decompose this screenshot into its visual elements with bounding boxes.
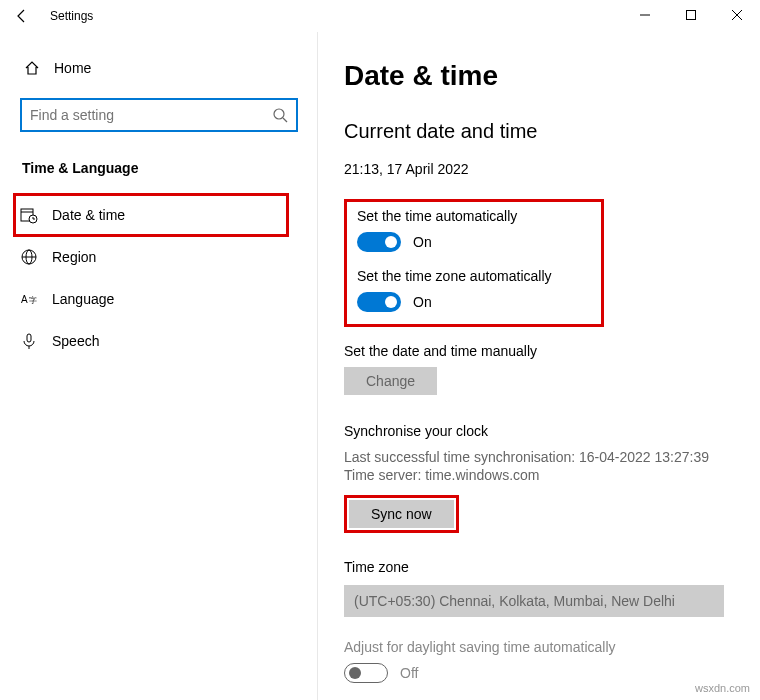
auto-tz-toggle[interactable] xyxy=(357,292,401,312)
svg-text:A: A xyxy=(21,294,28,305)
sidebar-item-label: Speech xyxy=(52,333,99,349)
search-input-container[interactable] xyxy=(20,98,298,132)
tz-title: Time zone xyxy=(344,559,734,575)
dst-state: Off xyxy=(400,665,418,681)
back-arrow-icon xyxy=(14,8,30,24)
auto-time-toggle[interactable] xyxy=(357,232,401,252)
svg-rect-1 xyxy=(687,11,696,20)
microphone-icon xyxy=(20,332,38,350)
maximize-button[interactable] xyxy=(668,0,714,30)
svg-line-5 xyxy=(283,118,287,122)
auto-tz-label: Set the time zone automatically xyxy=(357,268,591,284)
current-datetime: 21:13, 17 April 2022 xyxy=(344,161,734,177)
watermark: wsxdn.com xyxy=(695,682,750,694)
sync-button-highlight: Sync now xyxy=(344,495,459,533)
sidebar-item-language[interactable]: A字 Language xyxy=(14,278,288,320)
sync-last-info: Last successful time synchronisation: 16… xyxy=(344,449,734,465)
search-input[interactable] xyxy=(30,107,272,123)
auto-time-state: On xyxy=(413,234,432,250)
language-icon: A字 xyxy=(20,290,38,308)
sidebar-item-date-time[interactable]: Date & time xyxy=(14,194,288,236)
auto-tz-state: On xyxy=(413,294,432,310)
calendar-clock-icon xyxy=(20,206,38,224)
minimize-button[interactable] xyxy=(622,0,668,30)
change-button: Change xyxy=(344,367,437,395)
timezone-select: (UTC+05:30) Chennai, Kolkata, Mumbai, Ne… xyxy=(344,585,724,617)
close-button[interactable] xyxy=(714,0,760,30)
sidebar-item-label: Language xyxy=(52,291,114,307)
sidebar-item-region[interactable]: Region xyxy=(14,236,288,278)
globe-icon xyxy=(20,248,38,266)
search-icon xyxy=(272,107,288,123)
sync-server-info: Time server: time.windows.com xyxy=(344,467,734,483)
section-title: Current date and time xyxy=(344,120,734,143)
auto-time-label: Set the time automatically xyxy=(357,208,591,224)
auto-settings-highlight: Set the time automatically On Set the ti… xyxy=(344,199,604,327)
titlebar: Settings xyxy=(0,0,760,32)
sync-title: Synchronise your clock xyxy=(344,423,734,439)
dst-label: Adjust for daylight saving time automati… xyxy=(344,639,734,655)
sidebar: Home Time & Language Date & time Region xyxy=(0,32,318,700)
svg-rect-16 xyxy=(27,334,31,342)
dst-toggle xyxy=(344,663,388,683)
main-content: Date & time Current date and time 21:13,… xyxy=(318,32,760,700)
home-icon xyxy=(24,60,40,76)
page-title: Date & time xyxy=(344,60,734,92)
back-button[interactable] xyxy=(0,0,44,32)
svg-text:字: 字 xyxy=(29,296,37,305)
sidebar-item-speech[interactable]: Speech xyxy=(14,320,288,362)
category-header: Time & Language xyxy=(20,160,298,176)
svg-point-4 xyxy=(274,109,284,119)
sidebar-item-label: Date & time xyxy=(52,207,125,223)
manual-label: Set the date and time manually xyxy=(344,343,734,359)
window-controls xyxy=(622,0,760,30)
sync-now-button[interactable]: Sync now xyxy=(349,500,454,528)
window-title: Settings xyxy=(50,9,93,23)
home-label: Home xyxy=(54,60,91,76)
sidebar-item-label: Region xyxy=(52,249,96,265)
home-nav[interactable]: Home xyxy=(20,52,298,84)
